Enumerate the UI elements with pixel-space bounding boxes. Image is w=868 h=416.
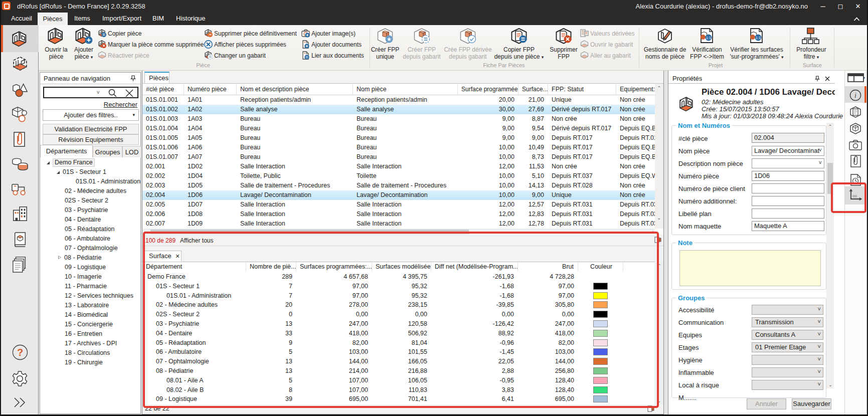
svg-text:i: i [854, 92, 856, 99]
svg-text:?: ? [17, 347, 23, 358]
